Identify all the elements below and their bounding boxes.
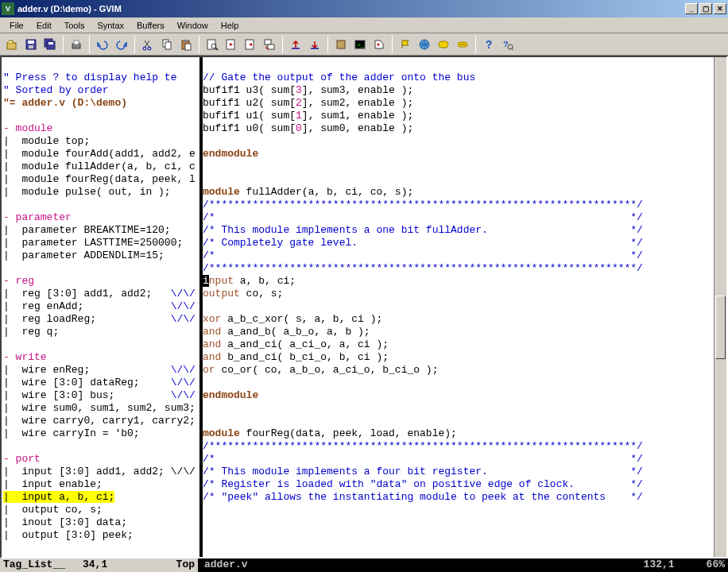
taglist-item[interactable]: | wire [3:0] dataReg; \/\/ bbox=[3, 377, 196, 388]
menu-window[interactable]: Window bbox=[171, 19, 215, 32]
status-left: Tag_List__ 34,1 Top bbox=[0, 558, 198, 572]
taglist-item[interactable]: | reg q; bbox=[3, 326, 59, 338]
helpfind-icon[interactable]: ? bbox=[499, 36, 517, 53]
code-comment: /* */ bbox=[203, 453, 643, 465]
menu-help[interactable]: Help bbox=[215, 19, 246, 32]
taglist-item[interactable]: | input enable; bbox=[3, 478, 103, 490]
taglist-item[interactable]: | module fullAdder(a, b, ci, c bbox=[3, 160, 196, 172]
saveall-icon[interactable] bbox=[41, 36, 59, 53]
globe-icon[interactable] bbox=[416, 36, 433, 53]
help-highlight-icon[interactable] bbox=[435, 36, 452, 53]
help-tag-icon[interactable] bbox=[454, 36, 471, 53]
taglist-item[interactable]: | module fourAdd(add1, add2, e bbox=[3, 148, 196, 160]
code-comment: /***************************************… bbox=[203, 262, 643, 274]
taglist-item[interactable]: | output co, s; bbox=[3, 504, 103, 516]
source-pane[interactable]: // Gate the output of the adder onto the… bbox=[203, 57, 714, 557]
save-icon[interactable] bbox=[22, 36, 40, 53]
sesssave-icon[interactable] bbox=[306, 36, 323, 53]
code-comment: /***************************************… bbox=[203, 440, 643, 452]
status-left-name: Tag_List__ bbox=[3, 558, 75, 572]
code-line: bufif1 u1( sum[1], sum1, enable ); bbox=[203, 110, 413, 122]
replace-icon[interactable] bbox=[261, 36, 278, 53]
taglist-item[interactable]: | reg loadReg; \/\/ bbox=[3, 313, 196, 325]
find-icon[interactable] bbox=[203, 36, 221, 53]
svg-text:?: ? bbox=[486, 39, 492, 51]
taglist-item[interactable]: | reg enAdd; \/\/ bbox=[3, 300, 196, 312]
ctags-icon[interactable] bbox=[370, 36, 388, 53]
taglist-sec-wire[interactable]: - write bbox=[3, 351, 47, 363]
toolbar-separator bbox=[63, 36, 64, 53]
taglist-help1: " Press ? to display help te bbox=[3, 72, 176, 83]
toolbar-separator bbox=[327, 36, 328, 53]
status-right-pct: 66% bbox=[707, 558, 725, 572]
taglist-item[interactable]: | input [3:0] add1, add2; \/\/ bbox=[3, 466, 196, 477]
toolbar-separator bbox=[89, 36, 90, 53]
toolbar-separator bbox=[199, 36, 199, 53]
vertical-scrollbar[interactable] bbox=[714, 57, 726, 557]
svg-line-38 bbox=[512, 48, 513, 50]
code-comment: /* */ bbox=[203, 249, 643, 261]
findprev-icon[interactable] bbox=[242, 36, 259, 53]
taglist-item[interactable]: | wire sum0, sum1, sum2, sum3; bbox=[3, 402, 196, 414]
menu-syntax[interactable]: Syntax bbox=[91, 19, 130, 32]
code-comment: /* Completely gate level. */ bbox=[203, 237, 643, 249]
taglist-item[interactable]: | module fourReg(data, peek, l bbox=[3, 173, 196, 185]
menu-tools[interactable]: Tools bbox=[58, 19, 91, 32]
help-icon[interactable]: ? bbox=[480, 36, 498, 53]
paste-icon[interactable] bbox=[177, 36, 195, 53]
taglist-item[interactable]: | wire carry0, carry1, carry2; bbox=[3, 415, 196, 427]
sessload-icon[interactable] bbox=[287, 36, 304, 53]
make-icon[interactable] bbox=[332, 36, 350, 53]
taglist-item[interactable]: | parameter BREAKTIME=120; bbox=[3, 224, 171, 236]
taglist-pane[interactable]: " Press ? to display help te " Sorted by… bbox=[2, 57, 199, 557]
code-module-decl: module fourReg(data, peek, load, enable)… bbox=[203, 427, 457, 439]
taglist-item[interactable]: | module top; bbox=[3, 135, 90, 147]
taglist-item[interactable]: | parameter LASTTIME=250000; bbox=[3, 237, 183, 249]
findnext-icon[interactable] bbox=[223, 36, 240, 53]
scrollbar-thumb[interactable] bbox=[715, 296, 726, 359]
taglist-item[interactable]: | wire enReg; \/\/ bbox=[3, 364, 196, 376]
tagjump-icon[interactable] bbox=[397, 36, 414, 53]
taglist-item[interactable]: | wire [3:0] bus; \/\/ bbox=[3, 389, 196, 401]
open-icon[interactable] bbox=[3, 36, 21, 53]
svg-text:?: ? bbox=[503, 40, 509, 49]
app-icon: V bbox=[2, 2, 14, 15]
taglist-item[interactable]: | parameter ADDENDLIM=15; bbox=[3, 249, 165, 261]
taglist-item[interactable]: | output [3:0] peek; bbox=[3, 529, 134, 541]
minimize-button[interactable]: _ bbox=[685, 3, 698, 14]
menu-file[interactable]: File bbox=[3, 19, 30, 32]
cut-icon[interactable] bbox=[139, 36, 157, 53]
code-comment: /* "peek" allows the instantiating modul… bbox=[203, 491, 643, 503]
shell-icon[interactable]: >_ bbox=[351, 36, 369, 53]
redo-icon[interactable] bbox=[113, 36, 130, 53]
svg-rect-17 bbox=[185, 44, 191, 50]
svg-rect-26 bbox=[311, 48, 319, 49]
taglist-item[interactable]: | module pulse( out, in ); bbox=[3, 186, 171, 198]
cursor: i bbox=[203, 275, 209, 287]
copy-icon[interactable] bbox=[158, 36, 176, 53]
menu-edit[interactable]: Edit bbox=[30, 19, 58, 32]
taglist-sec-module[interactable]: - module bbox=[3, 122, 52, 134]
undo-icon[interactable] bbox=[94, 36, 111, 53]
menu-buffers[interactable]: Buffers bbox=[130, 19, 171, 32]
code-comment: /* This module implements a four bit reg… bbox=[203, 466, 643, 477]
svg-rect-0 bbox=[7, 43, 16, 49]
taglist-item-selected[interactable]: | input a, b, ci; bbox=[3, 491, 114, 503]
code-line: bufif1 u0( sum[0], sum0, enable ); bbox=[203, 122, 413, 134]
toolbar: >_ ? ? bbox=[0, 33, 728, 56]
taglist-item[interactable]: | inout [3:0] data; bbox=[3, 516, 127, 528]
status-right: adder.v 132,1 66% bbox=[201, 558, 728, 572]
maximize-button[interactable]: ▢ bbox=[699, 3, 712, 14]
print-icon[interactable] bbox=[68, 36, 85, 53]
close-button[interactable]: ✕ bbox=[714, 3, 726, 14]
taglist-sec-parameter[interactable]: - parameter bbox=[3, 211, 72, 223]
taglist-item[interactable]: | wire carryIn = 'b0; bbox=[3, 427, 140, 439]
code-comment: /***************************************… bbox=[203, 199, 643, 211]
taglist-sec-port[interactable]: - port bbox=[3, 453, 41, 465]
svg-rect-25 bbox=[292, 48, 300, 49]
taglist-help2: " Sorted by order bbox=[3, 84, 109, 96]
code-line: bufif1 u2( sum[2], sum2, enable ); bbox=[203, 97, 413, 109]
taglist-sec-reg[interactable]: - reg bbox=[3, 275, 34, 287]
code-line: output co, s; bbox=[203, 288, 283, 300]
taglist-item[interactable]: | reg [3:0] add1, add2; \/\/ bbox=[3, 288, 196, 300]
